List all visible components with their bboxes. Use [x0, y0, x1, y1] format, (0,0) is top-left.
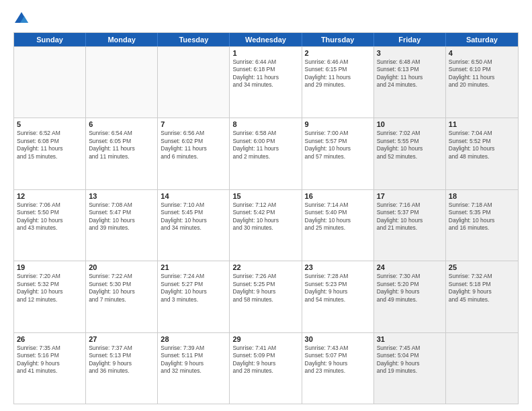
day-cell-21: 21Sunrise: 7:24 AMSunset: 5:27 PMDayligh… — [158, 261, 230, 332]
day-info: Sunrise: 7:14 AMSunset: 5:40 PMDaylight:… — [305, 201, 371, 232]
day-info: Sunrise: 7:30 AMSunset: 5:20 PMDaylight:… — [377, 273, 443, 304]
day-info: Sunrise: 7:08 AMSunset: 5:47 PMDaylight:… — [89, 201, 154, 232]
day-info: Sunrise: 7:12 AMSunset: 5:42 PMDaylight:… — [232, 201, 298, 232]
day-info: Sunrise: 7:02 AMSunset: 5:55 PMDaylight:… — [377, 130, 443, 161]
day-info: Sunrise: 6:44 AMSunset: 6:18 PMDaylight:… — [232, 58, 298, 89]
week-row-1: 1Sunrise: 6:44 AMSunset: 6:18 PMDaylight… — [14, 46, 518, 118]
day-number: 25 — [449, 263, 515, 271]
day-info: Sunrise: 7:45 AMSunset: 5:04 PMDaylight:… — [377, 345, 443, 375]
day-info: Sunrise: 7:43 AMSunset: 5:07 PMDaylight:… — [305, 345, 371, 375]
day-number: 16 — [305, 192, 371, 200]
logo — [13, 11, 32, 27]
header-day-sunday: Sunday — [14, 33, 86, 46]
header-day-friday: Friday — [374, 33, 446, 46]
day-number: 30 — [305, 335, 371, 343]
day-number: 13 — [89, 192, 154, 200]
day-cell-15: 15Sunrise: 7:12 AMSunset: 5:42 PMDayligh… — [230, 190, 302, 261]
header-day-thursday: Thursday — [302, 33, 374, 46]
day-number: 1 — [232, 49, 298, 57]
week-row-2: 5Sunrise: 6:52 AMSunset: 6:08 PMDaylight… — [14, 118, 518, 189]
day-cell-9: 9Sunrise: 7:00 AMSunset: 5:57 PMDaylight… — [302, 118, 374, 189]
day-cell-5: 5Sunrise: 6:52 AMSunset: 6:08 PMDaylight… — [14, 118, 86, 189]
day-cell-27: 27Sunrise: 7:37 AMSunset: 5:13 PMDayligh… — [86, 333, 158, 404]
empty-cell — [158, 47, 230, 118]
day-number: 20 — [89, 263, 154, 271]
day-number: 4 — [449, 49, 515, 57]
week-row-3: 12Sunrise: 7:06 AMSunset: 5:50 PMDayligh… — [14, 189, 518, 261]
day-cell-28: 28Sunrise: 7:39 AMSunset: 5:11 PMDayligh… — [158, 333, 230, 404]
day-info: Sunrise: 6:50 AMSunset: 6:10 PMDaylight:… — [449, 58, 515, 89]
logo-icon — [13, 11, 30, 27]
day-number: 22 — [232, 263, 298, 271]
day-cell-1: 1Sunrise: 6:44 AMSunset: 6:18 PMDaylight… — [230, 47, 302, 118]
day-number: 7 — [161, 120, 226, 128]
day-cell-25: 25Sunrise: 7:32 AMSunset: 5:18 PMDayligh… — [446, 261, 518, 332]
day-number: 23 — [305, 263, 371, 271]
day-number: 10 — [377, 120, 443, 128]
day-info: Sunrise: 6:52 AMSunset: 6:08 PMDaylight:… — [17, 130, 83, 161]
day-info: Sunrise: 7:28 AMSunset: 5:23 PMDaylight:… — [305, 273, 371, 304]
day-cell-16: 16Sunrise: 7:14 AMSunset: 5:40 PMDayligh… — [302, 190, 374, 261]
day-info: Sunrise: 6:48 AMSunset: 6:13 PMDaylight:… — [377, 58, 443, 89]
day-number: 9 — [305, 120, 371, 128]
day-info: Sunrise: 6:58 AMSunset: 6:00 PMDaylight:… — [232, 130, 298, 161]
day-cell-19: 19Sunrise: 7:20 AMSunset: 5:32 PMDayligh… — [14, 261, 86, 332]
day-number: 15 — [232, 192, 298, 200]
header-day-saturday: Saturday — [446, 33, 518, 46]
day-number: 26 — [17, 335, 83, 343]
day-cell-2: 2Sunrise: 6:46 AMSunset: 6:15 PMDaylight… — [302, 47, 374, 118]
day-info: Sunrise: 7:04 AMSunset: 5:52 PMDaylight:… — [449, 130, 515, 161]
header-day-wednesday: Wednesday — [230, 33, 302, 46]
day-number: 11 — [449, 120, 515, 128]
day-cell-3: 3Sunrise: 6:48 AMSunset: 6:13 PMDaylight… — [374, 47, 446, 118]
page: SundayMondayTuesdayWednesdayThursdayFrid… — [0, 0, 532, 411]
day-info: Sunrise: 7:26 AMSunset: 5:25 PMDaylight:… — [232, 273, 298, 304]
week-row-5: 26Sunrise: 7:35 AMSunset: 5:16 PMDayligh… — [14, 332, 518, 404]
day-number: 19 — [17, 263, 83, 271]
day-number: 6 — [89, 120, 154, 128]
day-number: 12 — [17, 192, 83, 200]
day-number: 31 — [377, 335, 443, 343]
day-info: Sunrise: 7:37 AMSunset: 5:13 PMDaylight:… — [89, 345, 154, 375]
day-cell-17: 17Sunrise: 7:16 AMSunset: 5:37 PMDayligh… — [374, 190, 446, 261]
header-day-tuesday: Tuesday — [158, 33, 230, 46]
day-number: 2 — [305, 49, 371, 57]
empty-cell — [86, 47, 158, 118]
day-number: 17 — [377, 192, 443, 200]
day-info: Sunrise: 7:18 AMSunset: 5:35 PMDaylight:… — [449, 201, 515, 232]
day-number: 28 — [161, 335, 226, 343]
empty-cell — [446, 333, 518, 404]
calendar: SundayMondayTuesdayWednesdayThursdayFrid… — [13, 32, 519, 404]
day-cell-12: 12Sunrise: 7:06 AMSunset: 5:50 PMDayligh… — [14, 190, 86, 261]
day-cell-24: 24Sunrise: 7:30 AMSunset: 5:20 PMDayligh… — [374, 261, 446, 332]
day-info: Sunrise: 7:41 AMSunset: 5:09 PMDaylight:… — [232, 345, 298, 375]
day-cell-8: 8Sunrise: 6:58 AMSunset: 6:00 PMDaylight… — [230, 118, 302, 189]
day-info: Sunrise: 6:46 AMSunset: 6:15 PMDaylight:… — [305, 58, 371, 89]
day-cell-13: 13Sunrise: 7:08 AMSunset: 5:47 PMDayligh… — [86, 190, 158, 261]
header-day-monday: Monday — [86, 33, 158, 46]
day-cell-26: 26Sunrise: 7:35 AMSunset: 5:16 PMDayligh… — [14, 333, 86, 404]
day-info: Sunrise: 7:10 AMSunset: 5:45 PMDaylight:… — [161, 201, 226, 232]
day-number: 18 — [449, 192, 515, 200]
calendar-header: SundayMondayTuesdayWednesdayThursdayFrid… — [14, 33, 518, 46]
day-info: Sunrise: 7:24 AMSunset: 5:27 PMDaylight:… — [161, 273, 226, 304]
day-cell-10: 10Sunrise: 7:02 AMSunset: 5:55 PMDayligh… — [374, 118, 446, 189]
day-info: Sunrise: 7:16 AMSunset: 5:37 PMDaylight:… — [377, 201, 443, 232]
day-number: 24 — [377, 263, 443, 271]
day-cell-6: 6Sunrise: 6:54 AMSunset: 6:05 PMDaylight… — [86, 118, 158, 189]
day-info: Sunrise: 7:20 AMSunset: 5:32 PMDaylight:… — [17, 273, 83, 304]
day-info: Sunrise: 7:32 AMSunset: 5:18 PMDaylight:… — [449, 273, 515, 304]
day-cell-11: 11Sunrise: 7:04 AMSunset: 5:52 PMDayligh… — [446, 118, 518, 189]
day-info: Sunrise: 7:06 AMSunset: 5:50 PMDaylight:… — [17, 201, 83, 232]
day-cell-7: 7Sunrise: 6:56 AMSunset: 6:02 PMDaylight… — [158, 118, 230, 189]
calendar-body: 1Sunrise: 6:44 AMSunset: 6:18 PMDaylight… — [14, 46, 518, 404]
empty-cell — [14, 47, 86, 118]
day-info: Sunrise: 6:56 AMSunset: 6:02 PMDaylight:… — [161, 130, 226, 161]
day-cell-31: 31Sunrise: 7:45 AMSunset: 5:04 PMDayligh… — [374, 333, 446, 404]
header — [13, 11, 519, 27]
day-cell-14: 14Sunrise: 7:10 AMSunset: 5:45 PMDayligh… — [158, 190, 230, 261]
day-cell-22: 22Sunrise: 7:26 AMSunset: 5:25 PMDayligh… — [230, 261, 302, 332]
day-number: 29 — [232, 335, 298, 343]
day-number: 8 — [232, 120, 298, 128]
day-info: Sunrise: 7:35 AMSunset: 5:16 PMDaylight:… — [17, 345, 83, 375]
